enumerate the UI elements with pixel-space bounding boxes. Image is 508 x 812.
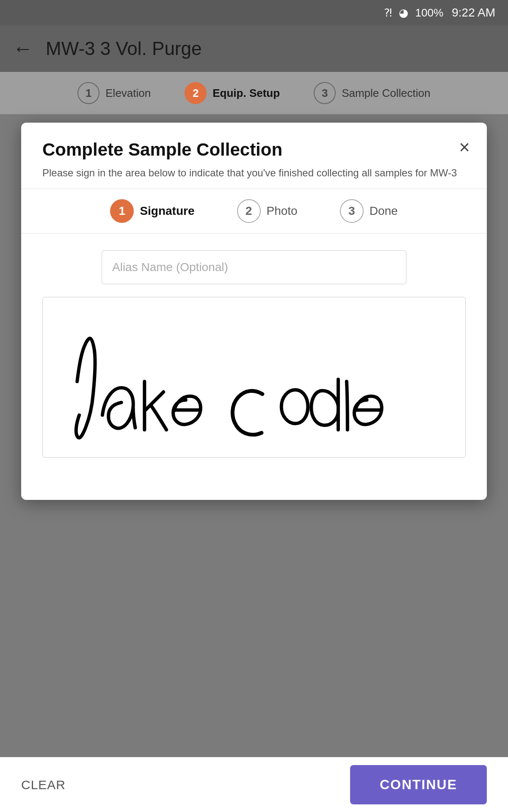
step-circle-3: 3 — [314, 82, 336, 104]
step-circle-2: 2 — [185, 82, 207, 104]
close-button[interactable]: × — [459, 138, 470, 156]
modal-header: Complete Sample Collection Please sign i… — [21, 123, 487, 189]
bluetooth-icon: ⁈ — [384, 6, 392, 19]
signature-svg — [43, 297, 465, 457]
modal-overlay: Complete Sample Collection Please sign i… — [0, 114, 508, 812]
signature-area[interactable] — [42, 297, 466, 458]
status-bar: ⁈ ◕ 100% 9:22 AM — [0, 0, 508, 25]
modal-step-circle-1: 1 — [110, 199, 134, 223]
step-item-sample-collection[interactable]: 3 Sample Collection — [297, 82, 447, 104]
step-label-elevation: Elevation — [105, 87, 151, 100]
step-label-sample-collection: Sample Collection — [342, 87, 431, 100]
battery-label: 100% — [415, 6, 444, 19]
app-bar: ← MW-3 3 Vol. Purge — [0, 25, 508, 72]
modal-step-label-done: Done — [370, 204, 398, 218]
modal-card: Complete Sample Collection Please sign i… — [21, 123, 487, 500]
step-circle-1: 1 — [77, 82, 99, 104]
modal-step-signature[interactable]: 1 Signature — [89, 199, 215, 223]
modal-sub-steps: 1 Signature 2 Photo 3 Done — [21, 189, 487, 233]
modal-step-circle-2: 2 — [237, 199, 261, 223]
step-item-equip-setup[interactable]: 2 Equip. Setup — [168, 82, 297, 104]
status-time: 9:22 AM — [452, 6, 495, 19]
modal-step-photo[interactable]: 2 Photo — [216, 199, 319, 223]
modal-body — [21, 233, 487, 500]
modal-step-circle-3: 3 — [340, 199, 364, 223]
back-button[interactable]: ← — [13, 38, 33, 59]
step-item-elevation[interactable]: 1 Elevation — [61, 82, 168, 104]
modal-step-label-signature: Signature — [140, 204, 194, 218]
modal-step-label-photo: Photo — [267, 204, 298, 218]
modal-subtitle: Please sign in the area below to indicat… — [42, 166, 466, 180]
step-label-equip-setup: Equip. Setup — [213, 87, 280, 100]
page-title: MW-3 3 Vol. Purge — [46, 38, 202, 59]
status-icons: ⁈ ◕ 100% — [384, 6, 444, 19]
step-bar: 1 Elevation 2 Equip. Setup 3 Sample Coll… — [0, 72, 508, 114]
modal-title: Complete Sample Collection — [42, 140, 466, 160]
alias-input[interactable] — [102, 250, 406, 284]
modal-step-done[interactable]: 3 Done — [319, 199, 419, 223]
signal-icon: ◕ — [399, 6, 409, 19]
